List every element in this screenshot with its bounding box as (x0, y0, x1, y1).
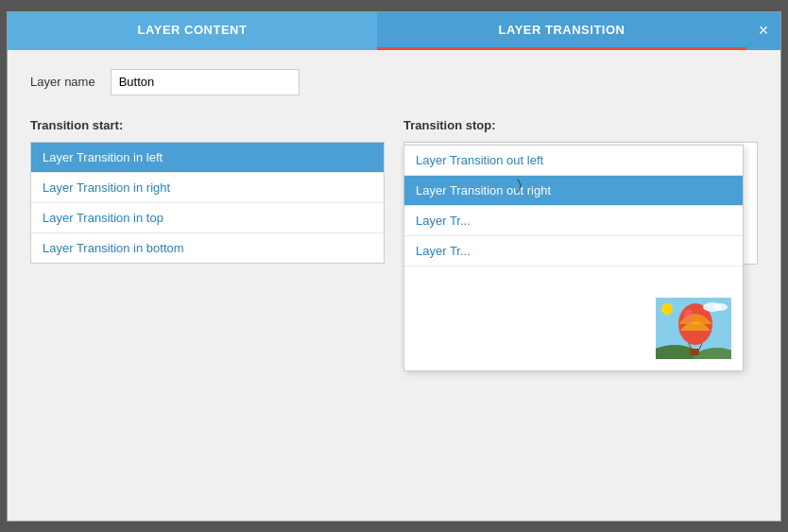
close-button[interactable]: × (746, 12, 780, 50)
modal-body: Layer name Transition start: Layer Trans… (8, 50, 780, 521)
transitions-row: Transition start: Layer Transition in le… (30, 118, 758, 502)
preview-balloon-svg (656, 298, 731, 359)
layer-name-input[interactable] (111, 69, 300, 95)
cursor-hand-icon: 〉 (517, 177, 522, 194)
transition-stop-col: Transition stop: Layer Transition out le… (403, 118, 758, 265)
dropdown-item[interactable]: Layer Transition out left (404, 146, 743, 176)
layer-name-row: Layer name (30, 69, 758, 95)
tab-layer-transition[interactable]: LAYER TRANSITION (377, 12, 746, 50)
dropdown-item[interactable]: Layer Tr... (404, 206, 743, 236)
layer-name-label: Layer name (30, 75, 95, 89)
modal-header: LAYER CONTENT LAYER TRANSITION × (8, 12, 780, 50)
svg-point-8 (661, 303, 673, 315)
svg-rect-7 (690, 349, 699, 355)
transition-start-list: Layer Transition in left Layer Transitio… (30, 142, 385, 264)
tab-layer-content[interactable]: LAYER CONTENT (8, 12, 377, 50)
transition-start-col: Transition start: Layer Transition in le… (30, 118, 385, 264)
dropdown-preview (404, 266, 743, 370)
list-item[interactable]: Layer Transition in right (31, 173, 384, 203)
tab-layer-content-label: LAYER CONTENT (138, 23, 248, 37)
svg-point-4 (684, 309, 694, 324)
modal: LAYER CONTENT LAYER TRANSITION × Layer n… (7, 11, 781, 522)
list-item[interactable]: Layer Transition in bottom (31, 233, 384, 263)
close-icon: × (759, 21, 769, 41)
list-item[interactable]: Layer Transition in top (31, 203, 384, 233)
transition-stop-dropdown: Layer Transition out left Layer Transiti… (403, 145, 744, 371)
transition-stop-label: Transition stop: (403, 118, 758, 132)
list-item[interactable]: Layer Transition in left (31, 143, 384, 173)
transition-start-label: Transition start: (30, 118, 385, 132)
dropdown-item[interactable]: Layer Tr... (404, 236, 743, 266)
svg-point-10 (712, 303, 728, 311)
tab-layer-transition-label: LAYER TRANSITION (499, 23, 625, 37)
dropdown-item-selected[interactable]: Layer Transition out right (404, 176, 743, 206)
